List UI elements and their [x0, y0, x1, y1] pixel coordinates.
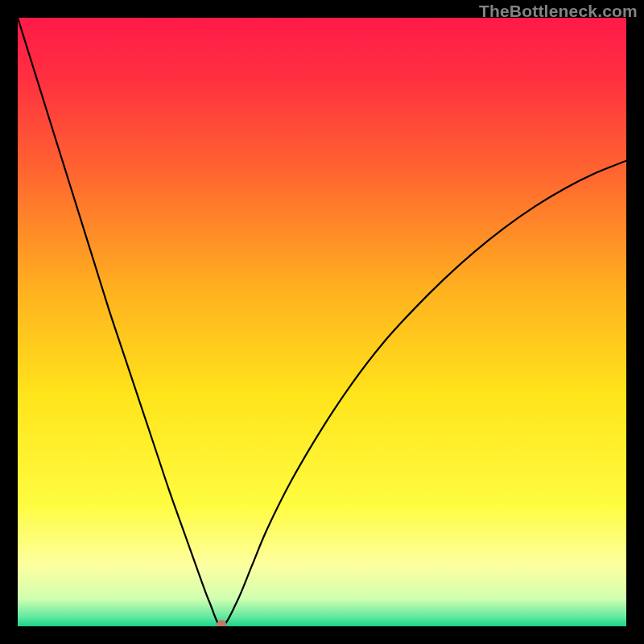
chart-frame: TheBottleneck.com: [0, 0, 644, 644]
gradient-background: [18, 18, 626, 626]
bottleneck-chart: [18, 18, 626, 626]
plot-area: [18, 18, 626, 626]
watermark-text: TheBottleneck.com: [479, 2, 638, 21]
